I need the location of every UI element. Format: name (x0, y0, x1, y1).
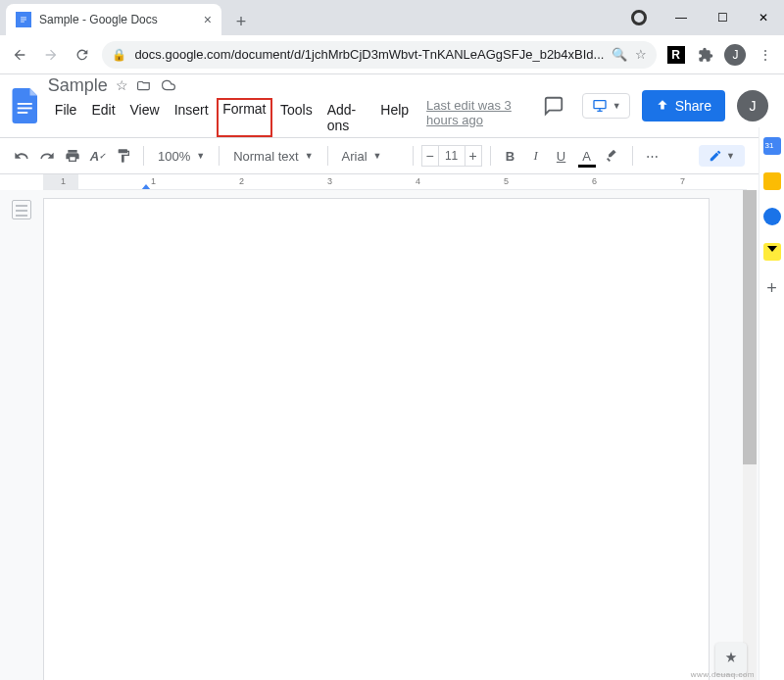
lock-icon: 🔒 (112, 48, 126, 62)
keep-icon[interactable] (763, 172, 781, 190)
side-panel: + (759, 127, 784, 680)
omnibox[interactable]: 🔒 docs.google.com/document/d/1jchMrbCjD3… (102, 41, 657, 69)
comments-button[interactable] (537, 89, 570, 122)
present-button[interactable]: ▼ (582, 93, 630, 119)
menubar: File Edit View Insert Format Tools Add-o… (48, 98, 537, 137)
ruler-tick: 2 (239, 176, 244, 186)
calendar-icon[interactable] (763, 137, 781, 155)
svg-rect-4 (18, 103, 32, 105)
maximize-button[interactable]: ☐ (702, 3, 743, 32)
menu-file[interactable]: File (48, 98, 84, 137)
menu-help[interactable]: Help (373, 98, 416, 137)
document-area (0, 190, 759, 680)
star-icon[interactable]: ☆ (116, 77, 128, 93)
svg-rect-5 (18, 108, 32, 110)
vertical-scrollbar[interactable] (743, 190, 757, 680)
svg-rect-3 (21, 22, 24, 23)
account-avatar[interactable]: J (737, 90, 768, 121)
highlight-button[interactable] (601, 143, 624, 169)
menu-addons[interactable]: Add-ons (320, 98, 373, 137)
font-select[interactable]: Arial▼ (336, 143, 405, 169)
italic-button[interactable]: I (524, 143, 548, 169)
browser-address-bar: 🔒 docs.google.com/document/d/1jchMrbCjD3… (0, 35, 784, 74)
underline-button[interactable]: U (550, 143, 573, 169)
ruler-tick: 5 (504, 176, 509, 186)
extension-r-icon[interactable]: R (664, 42, 686, 68)
ruler-tick: 7 (680, 176, 685, 186)
bookmark-icon[interactable]: ☆ (635, 47, 647, 62)
ruler-tick: 1 (61, 176, 66, 186)
menu-view[interactable]: View (123, 98, 167, 137)
print-button[interactable] (61, 143, 84, 169)
font-size-increase[interactable]: + (465, 145, 482, 167)
docs-toolbar: A✓ 100%▼ Normal text▼ Arial▼ − 11 + B I … (0, 137, 784, 174)
font-size-control: − 11 + (421, 145, 482, 167)
download-addon-icon[interactable] (763, 243, 781, 261)
ruler-tick: 3 (327, 176, 332, 186)
svg-rect-1 (21, 18, 26, 19)
font-size-decrease[interactable]: − (421, 145, 439, 167)
svg-rect-7 (594, 101, 606, 109)
back-button[interactable] (8, 41, 31, 69)
browser-menu-icon[interactable]: ⋮ (755, 42, 776, 68)
menu-edit[interactable]: Edit (84, 98, 122, 137)
document-title[interactable]: Sample (48, 75, 108, 96)
docs-favicon (16, 12, 31, 27)
zoom-select[interactable]: 100%▼ (152, 143, 211, 169)
style-select[interactable]: Normal text▼ (227, 143, 318, 169)
paint-format-button[interactable] (112, 143, 135, 169)
bold-button[interactable]: B (499, 143, 522, 169)
browser-tab[interactable]: Sample - Google Docs × (6, 4, 221, 35)
share-button[interactable]: Share (642, 90, 725, 121)
url-text: docs.google.com/document/d/1jchMrbCjD3mW… (134, 47, 604, 62)
forward-button[interactable] (39, 41, 63, 69)
reload-button[interactable] (71, 41, 94, 69)
menu-format[interactable]: Format (217, 98, 272, 137)
scrollbar-thumb[interactable] (743, 190, 757, 464)
browser-tab-bar: Sample - Google Docs × + — ☐ ✕ (0, 0, 784, 35)
window-controls: — ☐ ✕ (631, 0, 784, 35)
ruler[interactable]: 1 1 2 3 4 5 6 7 (43, 174, 747, 190)
docs-header: Sample ☆ File Edit View Insert Format To… (0, 74, 784, 137)
last-edit-link[interactable]: Last edit was 3 hours ago (426, 98, 537, 137)
ruler-tick: 4 (416, 176, 420, 186)
incognito-icon (631, 10, 647, 25)
menu-tools[interactable]: Tools (273, 98, 319, 137)
outline-toggle-icon[interactable] (12, 200, 31, 219)
ruler-tick: 6 (592, 176, 597, 186)
document-page[interactable] (43, 198, 710, 680)
font-size-value[interactable]: 11 (439, 145, 465, 167)
menu-insert[interactable]: Insert (168, 98, 216, 137)
new-tab-button[interactable]: + (227, 8, 255, 35)
close-tab-icon[interactable]: × (204, 12, 212, 27)
tasks-icon[interactable] (763, 208, 781, 225)
redo-button[interactable] (35, 143, 59, 169)
editing-mode-button[interactable]: ▼ (699, 145, 745, 167)
watermark: www.deuaq.com (691, 670, 755, 679)
cloud-status-icon[interactable] (160, 78, 177, 92)
add-addon-icon[interactable]: + (766, 278, 777, 299)
move-icon[interactable] (136, 78, 152, 92)
tab-title: Sample - Google Docs (39, 13, 158, 26)
svg-rect-6 (18, 112, 28, 114)
undo-button[interactable] (10, 143, 33, 169)
minimize-button[interactable]: — (661, 3, 702, 32)
text-color-button[interactable]: A (575, 143, 599, 169)
docs-logo[interactable] (10, 82, 42, 129)
close-window-button[interactable]: ✕ (743, 3, 784, 32)
svg-rect-2 (21, 20, 26, 21)
extensions-icon[interactable] (695, 42, 716, 68)
spellcheck-button[interactable]: A✓ (86, 143, 110, 169)
zoom-icon[interactable]: 🔍 (612, 47, 627, 62)
ruler-tick: 1 (151, 176, 156, 186)
more-toolbar-button[interactable]: ⋯ (641, 143, 664, 169)
browser-avatar[interactable]: J (724, 42, 746, 68)
